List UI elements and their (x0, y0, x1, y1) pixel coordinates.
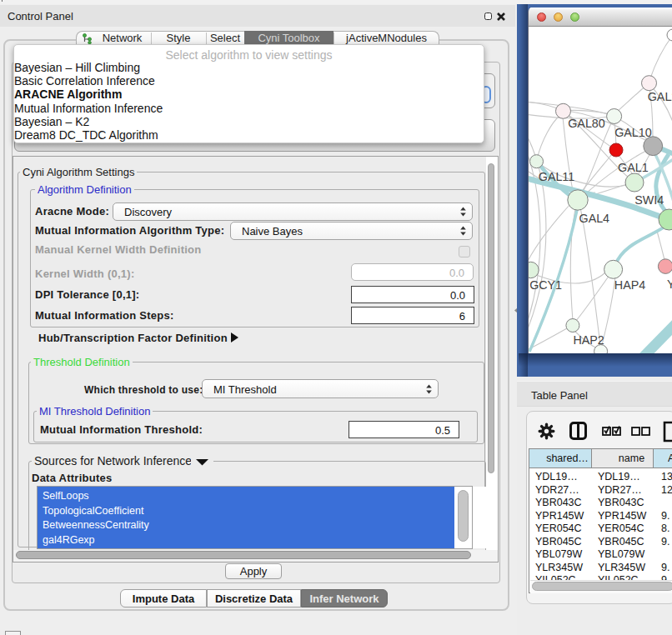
svg-text:SWI4: SWI4 (634, 193, 664, 207)
svg-text:HAP2: HAP2 (573, 333, 604, 347)
svg-text:Y: Y (667, 278, 672, 291)
svg-text:HAP4: HAP4 (614, 278, 645, 292)
svg-text:GAL80: GAL80 (568, 117, 605, 130)
svg-text:GCY1: GCY1 (529, 278, 562, 292)
svg-text:GAL11: GAL11 (539, 170, 574, 183)
svg-text:GAL10: GAL10 (614, 126, 652, 139)
svg-text:GAL2: GAL2 (648, 90, 672, 103)
svg-text:GAL1: GAL1 (618, 161, 649, 174)
svg-text:GAL4: GAL4 (579, 212, 610, 225)
